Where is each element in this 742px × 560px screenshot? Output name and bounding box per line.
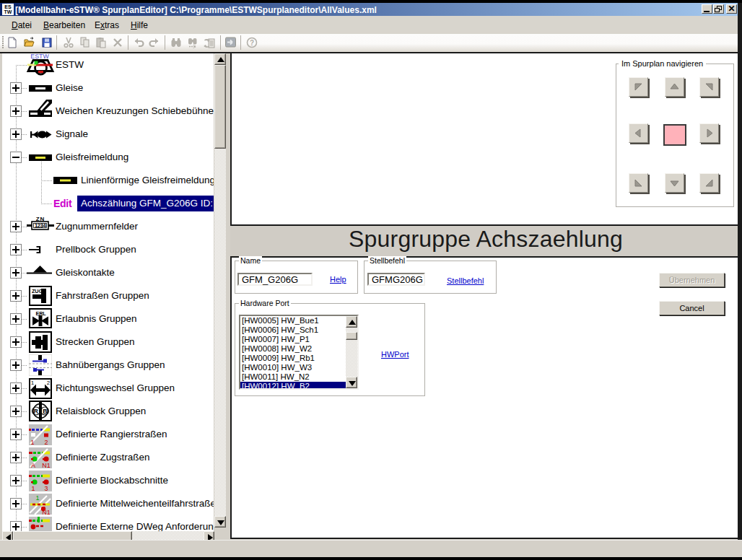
svg-text:1: 1 [31, 380, 35, 386]
svg-text:1: 1 [31, 485, 35, 491]
svg-text:1: 1 [30, 439, 34, 445]
svg-text:B: B [43, 408, 47, 415]
svg-text:3: 3 [44, 485, 48, 491]
svg-text:A: A [31, 462, 35, 468]
svg-text:N1: N1 [42, 462, 51, 468]
svg-text:R: R [34, 408, 38, 415]
svg-text:N1: N1 [42, 509, 51, 515]
svg-text:?: ? [250, 39, 254, 47]
svg-text:2: 2 [44, 439, 48, 445]
svg-text:ESTW: ESTW [30, 53, 49, 60]
svg-text:1234: 1234 [35, 222, 47, 229]
svg-text:2: 2 [47, 380, 51, 386]
svg-text:1: 1 [35, 494, 39, 502]
